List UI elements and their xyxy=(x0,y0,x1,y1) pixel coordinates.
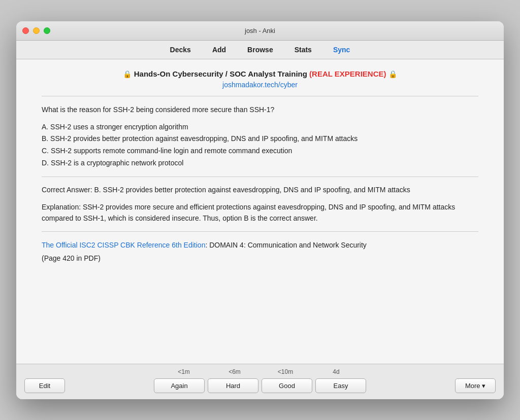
timing-good: <10m xyxy=(260,368,311,375)
lock-icon-right: 🔒 xyxy=(388,70,397,78)
answer-buttons: Again Hard Good Easy xyxy=(154,378,366,393)
title-bar: josh - Anki xyxy=(16,21,504,41)
traffic-lights xyxy=(22,27,50,34)
main-window: josh - Anki Decks Add Browse Stats Sync … xyxy=(16,21,504,399)
reference-line: The Official ISC2 CISSP CBK Reference 6t… xyxy=(42,241,478,249)
buttons-row: Edit Again Hard Good Easy More ▾ xyxy=(24,378,496,393)
minimize-button[interactable] xyxy=(33,27,40,34)
lock-icon-left: 🔒 xyxy=(123,70,132,78)
reference-section: The Official ISC2 CISSP CBK Reference 6t… xyxy=(42,241,478,262)
reference-suffix: : DOMAIN 4: Communication and Network Se… xyxy=(205,241,366,249)
close-button[interactable] xyxy=(22,27,29,34)
option-b: B. SSH-2 provides better protection agai… xyxy=(42,133,478,145)
deck-link[interactable]: joshmadakor.tech/cyber xyxy=(42,81,478,89)
menu-add[interactable]: Add xyxy=(209,45,229,55)
deck-header: 🔒 Hands-On Cybersecurity / SOC Analyst T… xyxy=(42,69,478,96)
explanation: Explanation: SSH-2 provides more secure … xyxy=(42,201,478,224)
question-text: What is the reason for SSH-2 being consi… xyxy=(42,104,478,115)
menu-bar: Decks Add Browse Stats Sync xyxy=(16,41,504,59)
question-section: What is the reason for SSH-2 being consi… xyxy=(42,104,478,177)
deck-title-prefix: Hands-On Cybersecurity / SOC Analyst Tra… xyxy=(134,69,309,78)
option-c: C. SSH-2 supports remote command-line lo… xyxy=(42,145,478,157)
menu-decks[interactable]: Decks xyxy=(167,45,194,55)
edit-button[interactable]: Edit xyxy=(24,378,65,393)
again-button[interactable]: Again xyxy=(154,378,205,393)
hard-button[interactable]: Hard xyxy=(208,378,258,393)
reference-page: (Page 420 in PDF) xyxy=(42,254,478,262)
more-button[interactable]: More ▾ xyxy=(455,378,496,393)
window-title: josh - Anki xyxy=(245,27,275,34)
timing-easy: 4d xyxy=(311,368,362,375)
timing-again: <1m xyxy=(158,368,209,375)
answer-section: Correct Answer: B. SSH-2 provides better… xyxy=(42,184,478,232)
menu-stats[interactable]: Stats xyxy=(291,45,315,55)
bottom-bar: <1m <6m <10m 4d Edit Again Hard Good Eas… xyxy=(16,364,504,399)
timing-row: <1m <6m <10m 4d xyxy=(24,368,496,375)
option-a: A. SSH-2 uses a stronger encryption algo… xyxy=(42,121,478,133)
content-area: 🔒 Hands-On Cybersecurity / SOC Analyst T… xyxy=(16,59,504,364)
reference-link[interactable]: The Official ISC2 CISSP CBK Reference 6t… xyxy=(42,241,205,249)
menu-browse[interactable]: Browse xyxy=(244,45,276,55)
timing-hard: <6m xyxy=(209,368,260,375)
option-d: D. SSH-2 is a cryptographic network prot… xyxy=(42,157,478,169)
deck-title: 🔒 Hands-On Cybersecurity / SOC Analyst T… xyxy=(42,69,478,79)
good-button[interactable]: Good xyxy=(262,378,312,393)
deck-title-text: Hands-On Cybersecurity / SOC Analyst Tra… xyxy=(134,69,388,78)
deck-title-highlight: (REAL EXPERIENCE) xyxy=(309,69,386,78)
menu-sync[interactable]: Sync xyxy=(330,45,353,55)
answer-options: A. SSH-2 uses a stronger encryption algo… xyxy=(42,121,478,169)
correct-answer: Correct Answer: B. SSH-2 provides better… xyxy=(42,184,478,195)
easy-button[interactable]: Easy xyxy=(315,378,366,393)
maximize-button[interactable] xyxy=(44,27,50,34)
